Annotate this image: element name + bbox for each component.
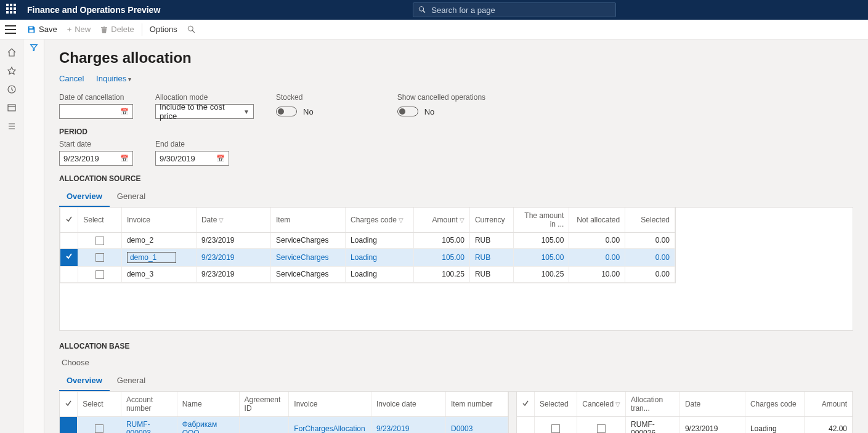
favorites-icon[interactable] xyxy=(0,62,23,80)
col-name[interactable]: Name xyxy=(177,392,239,417)
options-button[interactable]: Options xyxy=(145,20,182,39)
filter-icon: ▽ xyxy=(615,401,620,408)
calendar-icon[interactable]: 📅 xyxy=(120,108,129,116)
stocked-label: Stocked xyxy=(276,93,314,102)
col-amount-in[interactable]: The amount in ... xyxy=(513,208,569,233)
start-date-field[interactable]: 9/23/2019📅 xyxy=(59,151,133,166)
search-icon xyxy=(418,6,426,14)
col-select[interactable]: Select xyxy=(78,208,122,233)
filter-pane-icon[interactable] xyxy=(30,43,38,433)
table-row[interactable]: RUMF-000003Фабрикам ООО ForChargesAlloca… xyxy=(60,417,508,434)
chevron-down-icon: ▼ xyxy=(243,108,249,115)
new-button[interactable]: + New xyxy=(62,20,96,39)
global-search[interactable] xyxy=(413,2,616,17)
select-all[interactable] xyxy=(60,208,78,233)
save-icon xyxy=(27,25,36,34)
plus-icon: + xyxy=(67,25,72,34)
col-selected[interactable]: Selected xyxy=(625,208,675,233)
stocked-toggle[interactable] xyxy=(276,107,297,116)
col-not-allocated[interactable]: Not allocated xyxy=(569,208,625,233)
search-icon xyxy=(187,25,196,34)
col-select[interactable]: Select xyxy=(78,392,121,417)
workspaces-icon[interactable] xyxy=(0,99,23,117)
row-checkbox[interactable] xyxy=(95,270,104,279)
col-invoice[interactable]: Invoice xyxy=(289,392,371,417)
start-date-label: Start date xyxy=(59,140,133,148)
row-checkbox[interactable] xyxy=(597,424,606,433)
search-command-button[interactable] xyxy=(182,20,201,39)
tab-overview[interactable]: Overview xyxy=(59,187,110,207)
col-amount[interactable]: Amount▽ xyxy=(414,208,470,233)
filter-icon: ▽ xyxy=(399,217,404,224)
table-row[interactable]: RUMF-0000269/23/2019Loading42.00 xyxy=(517,417,853,434)
date-cancellation-label: Date of cancellation xyxy=(59,93,133,102)
recent-icon[interactable] xyxy=(0,80,23,99)
col-alloc-tran[interactable]: Allocation tran... xyxy=(626,392,680,417)
col-account[interactable]: Account number xyxy=(121,392,177,417)
calendar-icon[interactable]: 📅 xyxy=(120,155,129,163)
col-date[interactable]: Date xyxy=(679,392,745,417)
save-button[interactable]: Save xyxy=(22,20,62,39)
choose-button[interactable]: Choose xyxy=(59,354,853,371)
home-icon[interactable] xyxy=(0,43,23,62)
col-charges-code[interactable]: Charges code xyxy=(745,392,804,417)
row-checkbox[interactable] xyxy=(95,253,104,262)
allocation-base-left-grid: Select Account number Name Agreement ID … xyxy=(59,392,509,433)
nav-toggle-icon[interactable] xyxy=(5,25,16,34)
tab-overview-base[interactable]: Overview xyxy=(59,371,110,391)
select-all[interactable] xyxy=(60,392,78,417)
end-date-field[interactable]: 9/30/2019📅 xyxy=(155,151,229,166)
filter-icon: ▽ xyxy=(460,217,464,224)
col-selected[interactable]: Selected xyxy=(535,392,577,417)
select-all[interactable] xyxy=(517,392,535,417)
row-checkbox[interactable] xyxy=(95,424,103,433)
modules-icon[interactable] xyxy=(0,117,23,136)
page-title: Charges allocation xyxy=(59,49,853,67)
row-checkbox[interactable] xyxy=(95,237,104,245)
col-agreement[interactable]: Agreement ID xyxy=(239,392,289,417)
col-item-number[interactable]: Item number xyxy=(446,392,508,417)
col-date[interactable]: Date▽ xyxy=(196,208,270,233)
allocation-mode-select[interactable]: Include to the cost price▼ xyxy=(155,104,254,119)
tab-general[interactable]: General xyxy=(110,187,153,207)
delete-button[interactable]: Delete xyxy=(95,20,139,39)
col-canceled[interactable]: Canceled▽ xyxy=(577,392,626,417)
col-invoice-date[interactable]: Invoice date xyxy=(371,392,445,417)
allocation-mode-label: Allocation mode xyxy=(155,93,254,102)
trash-icon xyxy=(100,25,108,34)
table-row[interactable]: demo_1 9/23/2019ServiceChargesLoading 10… xyxy=(60,248,675,266)
app-launcher-icon[interactable] xyxy=(6,4,18,16)
base-section-title: ALLOCATION BASE xyxy=(59,342,853,350)
date-cancellation-field[interactable]: 📅 xyxy=(59,104,133,119)
col-amount[interactable]: Amount xyxy=(805,392,853,417)
calendar-icon[interactable]: 📅 xyxy=(216,155,225,163)
app-title: Finance and Operations Preview xyxy=(27,5,160,15)
tab-general-base[interactable]: General xyxy=(110,371,153,391)
source-section-title: ALLOCATION SOURCE xyxy=(59,174,853,183)
col-currency[interactable]: Currency xyxy=(469,208,513,233)
inquiries-menu[interactable]: Inquiries xyxy=(96,74,131,83)
search-input[interactable] xyxy=(431,6,610,15)
show-cancelled-toggle[interactable] xyxy=(397,107,418,116)
show-cancelled-label: Show cancelled operations xyxy=(397,93,485,102)
col-item[interactable]: Item xyxy=(271,208,346,233)
cancel-link[interactable]: Cancel xyxy=(59,74,84,83)
col-invoice[interactable]: Invoice xyxy=(121,208,196,233)
period-section-title: PERIOD xyxy=(59,127,853,136)
table-row[interactable]: demo_3 9/23/2019ServiceChargesLoading 10… xyxy=(60,266,675,282)
table-row[interactable]: demo_2 9/23/2019ServiceChargesLoading 10… xyxy=(60,233,675,249)
svg-rect-1 xyxy=(8,105,15,111)
end-date-label: End date xyxy=(155,140,229,148)
filter-icon: ▽ xyxy=(219,217,224,224)
col-charges[interactable]: Charges code▽ xyxy=(346,208,414,233)
allocation-source-grid: Select Invoice Date▽ Item Charges code▽ … xyxy=(60,208,676,283)
row-checkbox[interactable] xyxy=(551,424,560,433)
allocation-base-right-grid: Selected Canceled▽ Allocation tran... Da… xyxy=(516,392,853,433)
